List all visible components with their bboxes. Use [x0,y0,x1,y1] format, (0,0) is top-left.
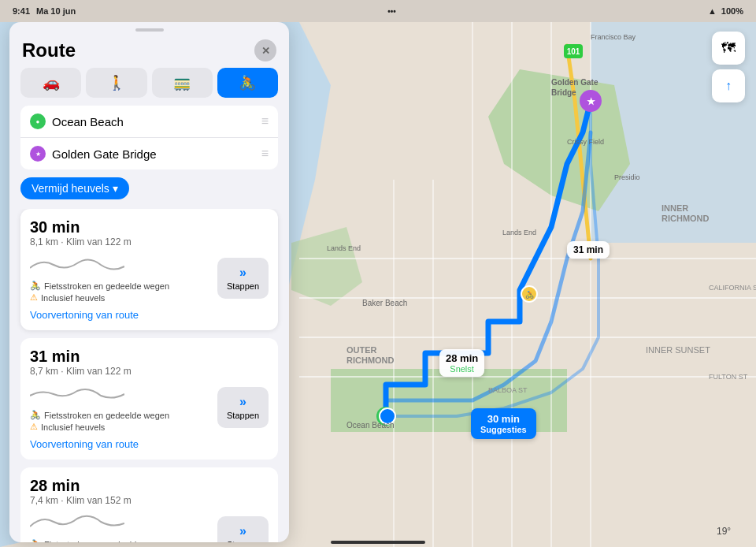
compass-button[interactable]: ↑ [712,69,745,102]
mode-walk-button[interactable]: 🚶 [86,68,146,98]
svg-text:Lands End: Lands End [502,229,536,236]
svg-text:FULTON ST: FULTON ST [709,373,748,381]
battery-icon: 100% [721,6,743,16]
from-location: Ocean Beach [52,115,255,128]
route-card-1[interactable]: 30 min 8,1 km · Klim van 122 m 🚴 Fietsst… [20,209,278,330]
svg-text:INNER: INNER [662,203,688,213]
svg-text:BALBOA ST: BALBOA ST [488,386,528,394]
route-locations: ● Ocean Beach ≡ ★ Golden Gate Bridge ≡ [20,106,278,169]
route-3-details: 7,4 km · Klim van 152 m [30,495,269,506]
route-2-tags: 🚴 Fietsstroken en gedeelde wegen ⚠ Inclu… [30,410,211,432]
sidebar-handle [135,28,164,32]
status-bar-left: 9:41 Ma 10 jun [13,6,76,16]
svg-text:101: 101 [567,47,580,56]
mode-bike-button[interactable]: 🚴 [217,68,278,98]
route-3-tags: 🚴 Fietsstroken en gedeelde wegen ⚠ Inclu… [30,539,211,542]
route-1-preview-link[interactable]: Voorvertoning van route [30,309,269,321]
route-2-tag-1: 🚴 Fietsstroken en gedeelde wegen [30,410,211,420]
svg-text:★: ★ [587,96,595,107]
route-card-3[interactable]: 28 min 7,4 km · Klim van 152 m 🚴 Fietsst… [20,467,278,542]
route-1-stappen-button[interactable]: » Stappen [217,258,269,299]
route-2-preview-link[interactable]: Voorvertoning van route [30,438,269,450]
route-3-wave [30,512,124,531]
svg-text:Lands End: Lands End [327,244,361,252]
compass-icon: ↑ [725,79,732,93]
route-2-info: 🚴 Fietsstroken en gedeelde wegen ⚠ Inclu… [30,383,211,432]
bike-icon: 🚴 [239,74,256,91]
mode-transit-button[interactable]: 🚃 [152,68,213,98]
route-2-time: 31 min [30,348,269,366]
svg-text:Bridge: Bridge [551,88,576,97]
sidebar: Route ✕ 🚗 🚶 🚃 🚴 ● Ocean Beach ≡ [9,22,289,542]
from-dot: ● [30,113,46,129]
to-handle-icon: ≡ [261,147,269,161]
route-3-bottom: 🚴 Fietsstroken en gedeelde wegen ⚠ Inclu… [30,512,269,542]
svg-text:Baker Beach: Baker Beach [362,299,407,307]
stappen-arrows-icon: » [239,266,246,280]
transit-icon: 🚃 [173,74,191,91]
bike-road-icon-2: 🚴 [30,410,41,420]
from-handle-icon: ≡ [261,114,269,128]
route-1-stappen-label: Stappen [227,281,259,291]
route-1-bottom: 🚴 Fietsstroken en gedeelde wegen ⚠ Inclu… [30,254,269,303]
bike-road-icon-3: 🚴 [30,539,41,542]
stappen-arrows-icon-3: » [239,524,246,538]
svg-text:Golden Gate: Golden Gate [551,78,598,87]
status-dots: ••• [387,7,396,16]
svg-text:RICHMOND: RICHMOND [346,355,395,365]
close-icon: ✕ [261,45,270,57]
route-2-wave [30,383,124,402]
svg-text:Francisco Bay: Francisco Bay [591,33,636,41]
route-card-2[interactable]: 31 min 8,7 km · Klim van 122 m 🚴 Fietsst… [20,338,278,460]
route-3-stappen-button[interactable]: » Stappen [217,516,269,542]
car-icon: 🚗 [43,74,60,91]
route-2-stappen-label: Stappen [227,411,259,420]
status-bar: 9:41 Ma 10 jun ••• ▲ 100% [0,0,756,22]
filter-label: Vermijd heuvels [32,182,109,195]
transport-modes: 🚗 🚶 🚃 🚴 [9,68,289,106]
home-indicator [331,541,425,544]
status-day: Ma 10 jun [36,6,76,16]
to-dot: ★ [30,146,46,162]
route-1-time: 30 min [30,218,269,236]
sidebar-title: Route [22,39,76,61]
filter-button[interactable]: Vermijd heuvels ▾ [20,177,129,199]
route-3-time: 28 min [30,477,269,495]
route-1-tags: 🚴 Fietsstroken en gedeelde wegen ⚠ Inclu… [30,281,211,303]
location-from-row: ● Ocean Beach ≡ [20,106,278,138]
location-to-row: ★ Golden Gate Bridge ≡ [20,138,278,169]
svg-text:INNER SUNSET: INNER SUNSET [646,345,710,355]
filter-section: Vermijd heuvels ▾ [9,177,289,209]
route-2-stappen-button[interactable]: » Stappen [217,387,269,428]
status-time: 9:41 [13,6,30,16]
close-button[interactable]: ✕ [254,39,276,61]
route-3-stappen-label: Stappen [227,540,259,542]
svg-text:CALIFORNIA ST: CALIFORNIA ST [709,284,756,292]
svg-text:Presidio: Presidio [614,173,640,181]
svg-text:Crissy Field: Crissy Field [567,138,604,146]
route-3-info: 🚴 Fietsstroken en gedeelde wegen ⚠ Inclu… [30,512,211,542]
route-2-details: 8,7 km · Klim van 122 m [30,366,269,377]
map-controls: 🗺 ↑ [712,32,745,102]
route-2-bottom: 🚴 Fietsstroken en gedeelde wegen ⚠ Inclu… [30,383,269,432]
status-bar-right: ▲ 100% [708,6,743,16]
hills-icon-2: ⚠ [30,422,38,432]
bike-road-icon: 🚴 [30,281,41,291]
mode-car-button[interactable]: 🚗 [20,68,81,98]
filter-chevron-icon: ▾ [113,182,118,195]
route-1-details: 8,1 km · Klim van 122 m [30,236,269,247]
route-1-tag-2: ⚠ Inclusief heuvels [30,292,211,303]
map-label-30min-suggesties[interactable]: 30 min Suggesties [471,408,536,439]
walk-icon: 🚶 [108,74,125,91]
sidebar-header: Route ✕ [9,35,289,68]
map-label-28min: 28 min Snelst [439,349,484,377]
route-2-tag-2: ⚠ Inclusief heuvels [30,422,211,432]
route-1-tag-1: 🚴 Fietsstroken en gedeelde wegen [30,281,211,291]
route-3-tag-1: 🚴 Fietsstroken en gedeelde wegen [30,539,211,542]
route-1-info: 🚴 Fietsstroken en gedeelde wegen ⚠ Inclu… [30,254,211,303]
routes-list: 30 min 8,1 km · Klim van 122 m 🚴 Fietsst… [9,209,289,542]
to-location: Golden Gate Bridge [52,147,255,161]
svg-text:🚴: 🚴 [525,290,535,300]
map-layers-button[interactable]: 🗺 [712,32,745,65]
wifi-icon: ▲ [708,6,717,16]
